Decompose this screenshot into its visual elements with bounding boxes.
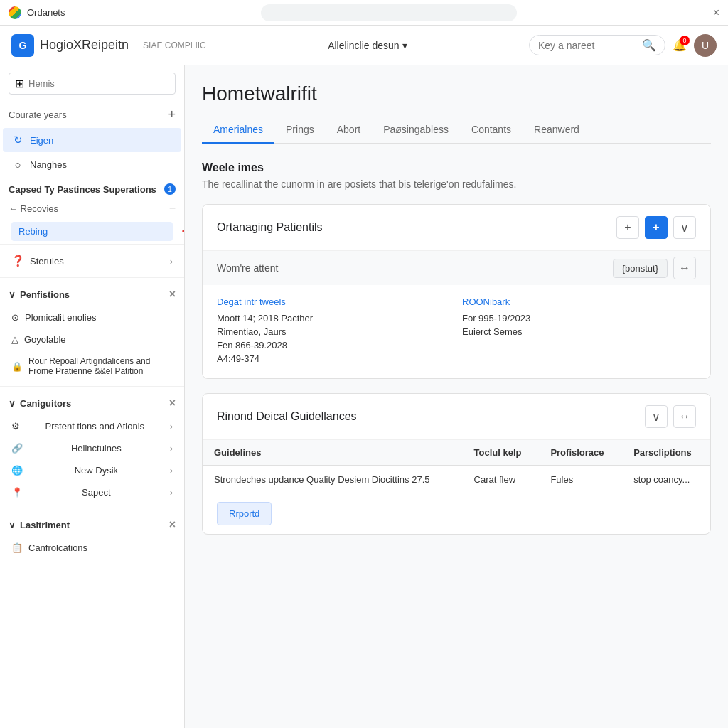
welcome-section: Weele imes The recallinat the cunorm in … — [202, 161, 711, 190]
app-name: HogioXReipeitn — [40, 38, 129, 53]
sidebar-item-canfrolcations[interactable]: 📋 Canfrolcations — [0, 537, 184, 559]
notification-badge: 0 — [680, 36, 690, 46]
url-bar[interactable] — [261, 4, 517, 21]
nanghes-icon: ○ — [11, 158, 24, 171]
guidelines-table: Guidelines Toclul kelp Profislorace Pars… — [203, 440, 710, 493]
tab-prings[interactable]: Prings — [274, 117, 326, 144]
sidebar-item-sapect[interactable]: 📍 Sapect › — [0, 481, 184, 503]
title-bar-title: Ordanets — [27, 7, 65, 18]
guidelines-card-title: Rinond Deical Guidellances — [217, 410, 357, 423]
sidebar-group-lasitriment: ∨ Lasitriment × 📋 Canfrolcations — [0, 508, 184, 563]
link-icon: 🔗 — [11, 443, 23, 454]
sidebar-item-eigen[interactable]: ↻ Eigen — [3, 128, 181, 152]
expand-button[interactable]: ∨ — [673, 216, 696, 239]
penfistions-label: Penfistions — [20, 289, 70, 300]
tab-abort[interactable]: Abort — [326, 117, 372, 144]
canfrolcations-label: Canfrolcations — [28, 542, 87, 553]
pin-icon: 📍 — [11, 487, 23, 498]
sterules-label: Sterules — [30, 256, 64, 267]
lasitriment-title[interactable]: ∨ Lasitriment × — [0, 513, 184, 537]
sidebar-search-area: ⊞ — [0, 65, 184, 102]
sidebar-item-sterules[interactable]: ❓ Sterules › — [3, 249, 181, 273]
add-section-button[interactable]: + — [168, 107, 176, 122]
group-badge: 1 — [164, 183, 176, 195]
logo-box: G — [11, 34, 34, 57]
left-row-1: Rimentiao, Jaurs — [217, 326, 451, 337]
left-col-title[interactable]: Degat intr tweels — [217, 296, 451, 307]
sidebar-item-helinctuines[interactable]: 🔗 Helinctuines › — [0, 437, 184, 459]
grid-icon: ⊞ — [15, 77, 24, 90]
clipboard-icon: 📋 — [11, 542, 23, 553]
lasitriment-label: Lasitriment — [20, 520, 70, 530]
chevron-down-caniguitors: ∨ — [9, 398, 16, 409]
sidebar-item-plomicalit[interactable]: ⊙ Plomicalit enolies — [0, 306, 184, 328]
rour-label: Rour Repoall Artigndalicens and Frome Pr… — [28, 356, 173, 376]
avatar-initial: U — [702, 40, 709, 51]
right-col-title[interactable]: ROONibark — [462, 296, 696, 307]
layout: ⊞ Courate years + ↻ Eigen ○ Nanghes Caps… — [0, 65, 728, 728]
add-button[interactable]: + — [616, 216, 639, 239]
sidebar-item-nanghes[interactable]: ○ Nanghes — [3, 152, 181, 176]
sidebar-search-input[interactable] — [28, 78, 169, 89]
report-button[interactable]: Rrportd — [217, 502, 272, 525]
patient-card-title: Ortanaging Patientils — [217, 221, 323, 234]
welcome-title: Weele imes — [202, 161, 711, 174]
search-box[interactable]: 🔍 — [529, 35, 665, 55]
expand-horizontal-button[interactable]: ↔ — [673, 257, 696, 279]
patient-sub-actions: {bonstut} ↔ — [613, 257, 696, 279]
eigen-icon: ↻ — [11, 134, 24, 146]
chevron-right-icon: › — [170, 465, 173, 476]
tab-paøsingabless[interactable]: Paøsingabless — [372, 117, 460, 144]
sidebar-item-rour[interactable]: 🔒 Rour Repoall Artigndalicens and Frome … — [0, 350, 184, 382]
chevron-down-penfistions: ∨ — [9, 289, 16, 300]
chevron-right-icon: › — [170, 443, 173, 454]
tab-amerialnes[interactable]: Amerialnes — [202, 117, 274, 144]
patient-card-actions: + + ∨ — [616, 216, 696, 239]
left-col: Degat intr tweels Moott 14; 2018 Pacther… — [217, 296, 451, 367]
close-button[interactable]: × — [713, 6, 719, 19]
construct-button[interactable]: {bonstut} — [613, 259, 668, 278]
workspace-dropdown[interactable]: Allelinclie desun ▾ — [321, 36, 414, 55]
title-bar-left: Ordanets — [9, 6, 65, 19]
sidebar-item-goyolable[interactable]: △ Goyolable — [0, 328, 184, 350]
page-title: Hometwalrifit — [202, 82, 711, 105]
circle-icon: ⊙ — [11, 312, 19, 323]
expand-horizontal-button-2[interactable]: ↔ — [673, 405, 696, 428]
helinctuines-label: Helinctuines — [71, 443, 122, 454]
notification-button[interactable]: 🔔 0 — [673, 38, 687, 52]
add-primary-button[interactable]: + — [645, 216, 668, 239]
left-row-0: Moott 14; 2018 Pacther — [217, 313, 451, 323]
sidebar-search-box[interactable]: ⊞ — [9, 73, 176, 95]
goyolable-label: Goyolable — [24, 334, 66, 345]
td-toclul: Carat flew — [463, 466, 540, 494]
globe-icon: 🌐 — [11, 465, 23, 476]
sidebar-item-prstent[interactable]: ⚙ Prstent tions and Ationis › — [0, 415, 184, 437]
rebing-item[interactable]: Rebing — [11, 222, 173, 241]
th-toclul: Toclul kelp — [463, 440, 540, 466]
title-bar: Ordanets × — [0, 0, 728, 26]
sidebar-section-header: Courate years + — [0, 102, 184, 128]
chevron-right-icon: › — [170, 256, 173, 267]
lasitriment-close[interactable]: × — [169, 518, 176, 531]
sidebar-group-caniguitors: ∨ Caniguitors × ⚙ Prstent tions and Atio… — [0, 386, 184, 508]
recoveries-collapse[interactable]: − — [169, 202, 176, 215]
caniguitors-close[interactable]: × — [169, 397, 176, 410]
penfistions-title[interactable]: ∨ Penfistions × — [0, 282, 184, 306]
app-logo: G HogioXReipeitn SIAE COMPLIIC — [11, 34, 206, 57]
sidebar-item-label: Nanghes — [30, 159, 67, 170]
search-input[interactable] — [538, 40, 638, 51]
tab-reanwerd[interactable]: Reanwerd — [523, 117, 591, 144]
patient-info-grid: Degat intr tweels Moott 14; 2018 Pacther… — [203, 285, 710, 378]
right-row-1: Euierct Semes — [462, 326, 696, 337]
caniguitors-title[interactable]: ∨ Caniguitors × — [0, 391, 184, 415]
th-parsc: Parscliptions — [622, 440, 710, 466]
header-center: Allelinclie desun ▾ — [321, 36, 414, 55]
tabs: Amerialnes Prings Abort Paøsingabless Co… — [202, 117, 711, 144]
avatar[interactable]: U — [694, 34, 717, 57]
sidebar-item-new-dysik[interactable]: 🌐 New Dysik › — [0, 459, 184, 481]
collapse-button[interactable]: ∨ — [645, 405, 668, 428]
caniguitors-label: Caniguitors — [20, 398, 71, 409]
tab-contants[interactable]: Contants — [460, 117, 523, 144]
penfistions-close[interactable]: × — [169, 288, 176, 301]
recoveries-label[interactable]: ← Recovies — [9, 203, 58, 214]
